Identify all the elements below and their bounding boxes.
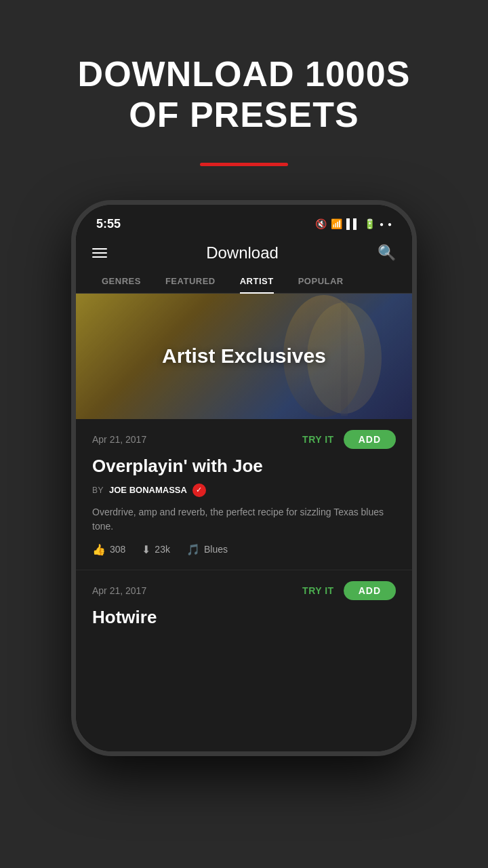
preset-card-1: Apr 21, 2017 TRY IT ADD Overplayin' with… bbox=[76, 419, 412, 570]
card-by-label-1: BY bbox=[92, 486, 104, 495]
phone-shell: 5:55 🔇 📶 ▌▌ 🔋 ● ● Download 🔍 bbox=[71, 200, 417, 756]
genre-stat-1: 🎵 Blues bbox=[186, 543, 228, 556]
downloads-count-1: 23k bbox=[155, 544, 170, 555]
tab-popular[interactable]: POPULAR bbox=[286, 269, 356, 293]
status-time: 5:55 bbox=[96, 217, 121, 231]
download-icon: ⬇ bbox=[142, 543, 150, 556]
card-actions-2: TRY IT ADD bbox=[302, 581, 396, 600]
card-author-row-1: BY JOE BONAMASSA ✓ bbox=[92, 484, 396, 497]
circle-icon-1: ● bbox=[380, 220, 384, 228]
banner-title: Artist Exclusives bbox=[162, 344, 326, 368]
status-bar: 5:55 🔇 📶 ▌▌ 🔋 ● ● bbox=[76, 205, 412, 237]
hero-line2: OF PRESETS bbox=[78, 95, 411, 136]
card-title-1: Overplayin' with Joe bbox=[92, 456, 396, 477]
genre-label-1: Blues bbox=[204, 544, 228, 555]
card-meta-row-1: Apr 21, 2017 TRY IT ADD bbox=[92, 430, 396, 449]
menu-button[interactable] bbox=[92, 248, 107, 258]
verified-badge-1: ✓ bbox=[192, 484, 206, 497]
downloads-stat-1: ⬇ 23k bbox=[142, 543, 170, 556]
card-desc-1: Overdrive, amp and reverb, the perfect r… bbox=[92, 505, 396, 534]
card-stats-1: 👍 308 ⬇ 23k 🎵 Blues bbox=[92, 543, 396, 556]
tab-artist[interactable]: ARTIST bbox=[228, 269, 286, 293]
phone-mockup: 5:55 🔇 📶 ▌▌ 🔋 ● ● Download 🔍 bbox=[71, 200, 417, 756]
tab-bar: GENRES FEATURED ARTIST POPULAR bbox=[76, 269, 412, 294]
battery-icon: 🔋 bbox=[364, 218, 375, 229]
likes-count-1: 308 bbox=[110, 544, 125, 555]
add-button-1[interactable]: ADD bbox=[344, 430, 396, 449]
card-meta-row-2: Apr 21, 2017 TRY IT ADD bbox=[92, 581, 396, 600]
try-it-button-2[interactable]: TRY IT bbox=[302, 585, 334, 596]
tab-genres[interactable]: GENRES bbox=[89, 269, 153, 293]
search-icon[interactable]: 🔍 bbox=[378, 244, 396, 262]
content-area: Apr 21, 2017 TRY IT ADD Overplayin' with… bbox=[76, 419, 412, 751]
try-it-button-1[interactable]: TRY IT bbox=[302, 434, 334, 445]
signal-icon: ▌▌ bbox=[346, 218, 360, 229]
card-author-name-1: JOE BONAMASSA bbox=[109, 485, 187, 495]
circle-icon-2: ● bbox=[388, 220, 392, 228]
preset-card-2: Apr 21, 2017 TRY IT ADD Hotwire bbox=[76, 570, 412, 635]
status-icons: 🔇 📶 ▌▌ 🔋 ● ● bbox=[315, 218, 392, 229]
likes-stat-1: 👍 308 bbox=[92, 543, 125, 556]
tab-featured[interactable]: FEATURED bbox=[153, 269, 228, 293]
hero-line1: DOWNLOAD 1000s bbox=[78, 54, 411, 95]
card-actions-1: TRY IT ADD bbox=[302, 430, 396, 449]
app-header: Download 🔍 bbox=[76, 237, 412, 269]
artist-banner: Artist Exclusives bbox=[76, 294, 412, 419]
thumbs-up-icon: 👍 bbox=[92, 543, 106, 556]
hero-heading: DOWNLOAD 1000s OF PRESETS bbox=[78, 54, 411, 136]
card-title-2: Hotwire bbox=[92, 607, 396, 628]
music-icon: 🎵 bbox=[186, 543, 200, 556]
phone-screen: 5:55 🔇 📶 ▌▌ 🔋 ● ● Download 🔍 bbox=[76, 205, 412, 751]
red-divider bbox=[200, 163, 288, 166]
svg-rect-1 bbox=[341, 300, 348, 416]
wifi-icon: 📶 bbox=[331, 218, 342, 229]
app-title: Download bbox=[206, 243, 279, 262]
card-date-2: Apr 21, 2017 bbox=[92, 585, 146, 596]
mute-icon: 🔇 bbox=[315, 218, 327, 229]
add-button-2[interactable]: ADD bbox=[344, 581, 396, 600]
card-date-1: Apr 21, 2017 bbox=[92, 434, 146, 445]
